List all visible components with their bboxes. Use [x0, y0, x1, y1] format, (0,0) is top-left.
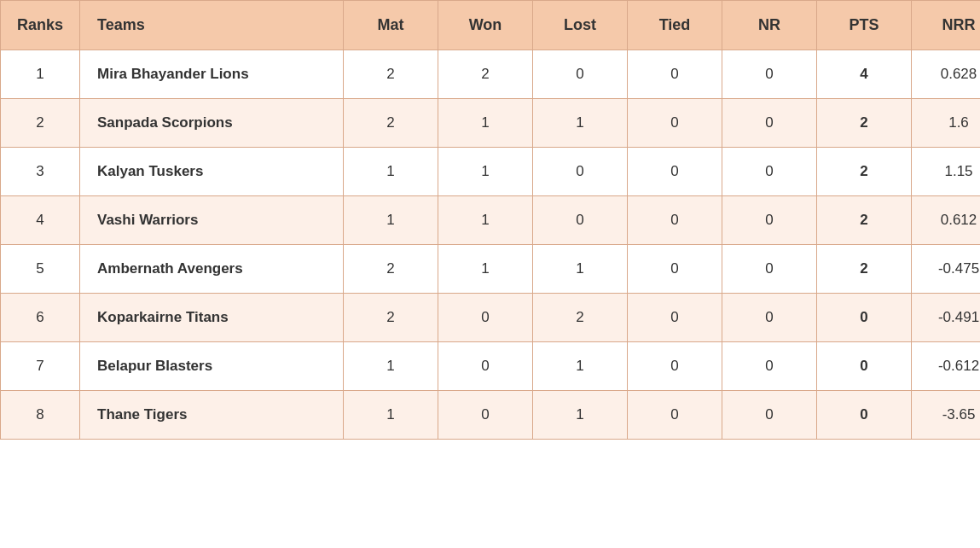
lost-cell: 0: [533, 196, 628, 245]
pts-cell: 2: [817, 148, 912, 196]
nr-cell: 0: [722, 50, 817, 99]
standings-table-wrapper: Ranks Teams Mat Won Lost Tied NR PTS NRR…: [0, 0, 980, 548]
nrr-cell: 1.15: [912, 148, 981, 196]
won-cell: 1: [438, 148, 533, 196]
nrr-cell: 0.612: [912, 196, 981, 245]
won-cell: 0: [438, 294, 533, 342]
nrr-cell: -3.65: [912, 391, 981, 440]
pts-cell: 2: [817, 99, 912, 148]
rank-cell: 7: [1, 342, 80, 391]
mat-cell: 1: [344, 342, 438, 391]
lost-cell: 0: [533, 50, 628, 99]
tied-cell: 0: [628, 50, 722, 99]
header-row: Ranks Teams Mat Won Lost Tied NR PTS NRR: [1, 1, 981, 50]
pts-cell: 4: [817, 50, 912, 99]
nr-cell: 0: [722, 99, 817, 148]
table-row: 5Ambernath Avengers211002-0.475: [1, 245, 981, 294]
table-row: 4Vashi Warriors1100020.612: [1, 196, 981, 245]
team-name-cell: Mira Bhayander Lions: [80, 50, 344, 99]
header-mat: Mat: [344, 1, 438, 50]
won-cell: 1: [438, 245, 533, 294]
header-tied: Tied: [628, 1, 722, 50]
table-row: 8Thane Tigers101000-3.65: [1, 391, 981, 440]
pts-cell: 0: [817, 391, 912, 440]
rank-cell: 5: [1, 245, 80, 294]
won-cell: 0: [438, 391, 533, 440]
table-row: 7Belapur Blasters101000-0.612: [1, 342, 981, 391]
rank-cell: 3: [1, 148, 80, 196]
rank-cell: 4: [1, 196, 80, 245]
won-cell: 2: [438, 50, 533, 99]
header-ranks: Ranks: [1, 1, 80, 50]
pts-cell: 2: [817, 245, 912, 294]
nr-cell: 0: [722, 148, 817, 196]
tied-cell: 0: [628, 342, 722, 391]
table-row: 1Mira Bhayander Lions2200040.628: [1, 50, 981, 99]
rank-cell: 1: [1, 50, 80, 99]
standings-table: Ranks Teams Mat Won Lost Tied NR PTS NRR…: [0, 0, 980, 440]
rank-cell: 8: [1, 391, 80, 440]
team-name-cell: Sanpada Scorpions: [80, 99, 344, 148]
nrr-cell: -0.612: [912, 342, 981, 391]
mat-cell: 1: [344, 391, 438, 440]
nr-cell: 0: [722, 391, 817, 440]
tied-cell: 0: [628, 294, 722, 342]
pts-cell: 0: [817, 294, 912, 342]
lost-cell: 1: [533, 245, 628, 294]
table-row: 3Kalyan Tuskers1100021.15: [1, 148, 981, 196]
pts-cell: 2: [817, 196, 912, 245]
won-cell: 1: [438, 99, 533, 148]
mat-cell: 1: [344, 148, 438, 196]
header-won: Won: [438, 1, 533, 50]
team-name-cell: Vashi Warriors: [80, 196, 344, 245]
rank-cell: 6: [1, 294, 80, 342]
team-name-cell: Koparkairne Titans: [80, 294, 344, 342]
mat-cell: 2: [344, 50, 438, 99]
nrr-cell: -0.491: [912, 294, 981, 342]
nrr-cell: 0.628: [912, 50, 981, 99]
tied-cell: 0: [628, 148, 722, 196]
mat-cell: 2: [344, 294, 438, 342]
lost-cell: 1: [533, 391, 628, 440]
mat-cell: 2: [344, 245, 438, 294]
nr-cell: 0: [722, 245, 817, 294]
lost-cell: 1: [533, 342, 628, 391]
nrr-cell: -0.475: [912, 245, 981, 294]
table-row: 2Sanpada Scorpions2110021.6: [1, 99, 981, 148]
header-teams: Teams: [80, 1, 344, 50]
mat-cell: 1: [344, 196, 438, 245]
nr-cell: 0: [722, 196, 817, 245]
header-nrr: NRR: [912, 1, 981, 50]
header-lost: Lost: [533, 1, 628, 50]
pts-cell: 0: [817, 342, 912, 391]
nr-cell: 0: [722, 294, 817, 342]
team-name-cell: Ambernath Avengers: [80, 245, 344, 294]
won-cell: 1: [438, 196, 533, 245]
standings-body: 1Mira Bhayander Lions2200040.6282Sanpada…: [1, 50, 981, 440]
team-name-cell: Belapur Blasters: [80, 342, 344, 391]
team-name-cell: Thane Tigers: [80, 391, 344, 440]
lost-cell: 0: [533, 148, 628, 196]
table-row: 6Koparkairne Titans202000-0.491: [1, 294, 981, 342]
lost-cell: 2: [533, 294, 628, 342]
lost-cell: 1: [533, 99, 628, 148]
tied-cell: 0: [628, 99, 722, 148]
nr-cell: 0: [722, 342, 817, 391]
rank-cell: 2: [1, 99, 80, 148]
header-nr: NR: [722, 1, 817, 50]
won-cell: 0: [438, 342, 533, 391]
tied-cell: 0: [628, 245, 722, 294]
nrr-cell: 1.6: [912, 99, 981, 148]
tied-cell: 0: [628, 196, 722, 245]
tied-cell: 0: [628, 391, 722, 440]
mat-cell: 2: [344, 99, 438, 148]
header-pts: PTS: [817, 1, 912, 50]
team-name-cell: Kalyan Tuskers: [80, 148, 344, 196]
